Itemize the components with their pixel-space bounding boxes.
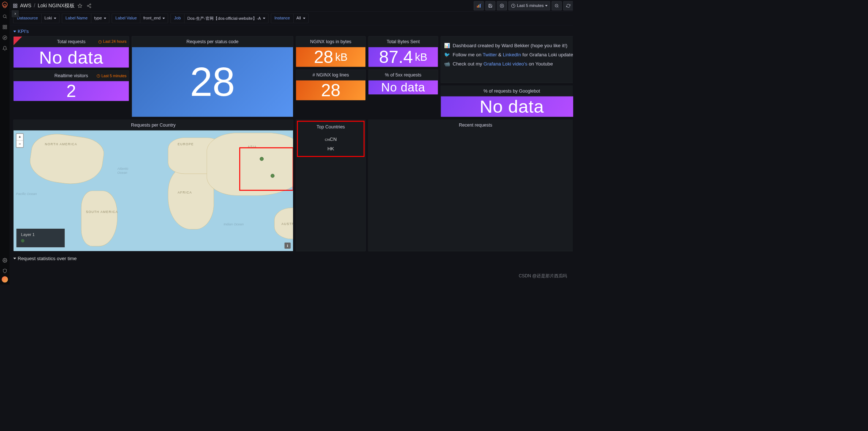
panel-pct-5xx[interactable]: % of 5xx requests No data bbox=[368, 70, 438, 95]
row-kpi[interactable]: KPI's bbox=[13, 27, 573, 36]
panel-requests-per-country[interactable]: Requests per Country NORTH AMERICA SOUTH… bbox=[13, 120, 293, 251]
panel-total-requests[interactable]: Total requests Last 24 hours No data bbox=[13, 36, 129, 68]
zoom-in-button[interactable]: + bbox=[16, 134, 23, 140]
breadcrumb-root[interactable]: AWS bbox=[20, 3, 31, 9]
svg-rect-3 bbox=[3, 25, 4, 27]
chevron-down-icon bbox=[263, 18, 265, 19]
svg-marker-8 bbox=[4, 37, 5, 38]
zoom-out-button[interactable] bbox=[552, 1, 562, 10]
sidebar bbox=[0, 0, 10, 284]
svg-point-15 bbox=[90, 4, 91, 5]
stat-value: No data bbox=[441, 96, 573, 117]
add-panel-button[interactable]: + bbox=[474, 1, 484, 10]
breadcrumb: AWS / Loki NGINX模板 bbox=[13, 2, 75, 9]
panel-nginx-log-lines[interactable]: # NGINX log lines 28 bbox=[296, 70, 366, 100]
var-datasource: Datasource Loki bbox=[13, 14, 59, 23]
star-icon[interactable] bbox=[76, 2, 84, 10]
stat-value: No data bbox=[14, 47, 129, 68]
panel-title: Total Bytes Sent bbox=[387, 39, 420, 45]
caret-down-icon bbox=[13, 31, 16, 33]
timepicker-button[interactable]: Last 5 minutes bbox=[508, 1, 550, 10]
svg-rect-12 bbox=[14, 6, 15, 8]
svg-rect-20 bbox=[477, 6, 478, 8]
panel-title: NGINX logs in bytes bbox=[310, 39, 352, 45]
grafana-logo-icon[interactable] bbox=[1, 1, 8, 9]
svg-point-24 bbox=[501, 5, 503, 6]
user-avatar[interactable] bbox=[2, 276, 8, 282]
chevron-down-icon bbox=[162, 18, 165, 19]
dashboards-icon[interactable] bbox=[0, 22, 10, 32]
timepicker-label: Last 5 minutes bbox=[517, 3, 544, 8]
settings-button[interactable] bbox=[497, 1, 507, 10]
breadcrumb-page: Loki NGINX模板 bbox=[38, 2, 75, 9]
list-item: CNCN bbox=[325, 135, 337, 144]
panel-title: Total requests bbox=[57, 39, 86, 45]
svg-point-7 bbox=[3, 35, 7, 40]
panel-title: % of 5xx requests bbox=[385, 72, 421, 78]
variable-bar: Datasource Loki Label Name type Label Va… bbox=[10, 12, 573, 26]
list-item: HK bbox=[327, 144, 334, 154]
svg-point-16 bbox=[87, 5, 88, 6]
row-request-stats[interactable]: Request statistics over time bbox=[13, 254, 573, 263]
linkedin-link[interactable]: LinkedIn bbox=[503, 52, 521, 57]
panel-recent-requests[interactable]: Recent requests bbox=[368, 120, 573, 251]
map-marker bbox=[260, 157, 264, 161]
map-zoom-controls: + − bbox=[16, 133, 24, 148]
stat-value: 28kB bbox=[296, 47, 365, 67]
alerting-icon[interactable] bbox=[0, 44, 10, 53]
explore-icon[interactable] bbox=[0, 33, 10, 42]
stat-value: No data bbox=[368, 80, 438, 94]
panel-title: Top Countries bbox=[317, 124, 345, 130]
panel-title: Requests per Country bbox=[131, 123, 176, 128]
svg-line-2 bbox=[5, 17, 7, 18]
breadcrumb-separator: / bbox=[34, 3, 35, 9]
svg-text:+: + bbox=[481, 3, 481, 5]
configuration-icon[interactable] bbox=[0, 255, 10, 265]
panel-realtime-visitors[interactable]: Realtime visitors Last 5 minutes 2 bbox=[13, 70, 129, 101]
zoom-out-button[interactable]: − bbox=[16, 140, 23, 147]
share-icon[interactable] bbox=[85, 2, 93, 10]
svg-point-0 bbox=[4, 4, 6, 7]
svg-rect-4 bbox=[5, 25, 7, 27]
panel-text-info: 📊Dashboard created by Ward Bekker (hope … bbox=[441, 36, 573, 83]
country-list: CNCN HK bbox=[298, 132, 364, 156]
caret-down-icon bbox=[13, 258, 16, 259]
var-labelname: Label Name type bbox=[62, 14, 109, 23]
chevron-down-icon bbox=[54, 18, 56, 19]
map-legend: Layer 1 bbox=[16, 229, 65, 247]
panel-top-countries[interactable]: Top Countries CNCN HK bbox=[296, 120, 366, 251]
svg-rect-5 bbox=[3, 27, 4, 29]
apps-icon[interactable] bbox=[13, 3, 18, 8]
panel-title: # NGINX log lines bbox=[312, 72, 349, 78]
panel-title: Recent requests bbox=[459, 123, 492, 128]
svg-line-27 bbox=[557, 7, 558, 7]
svg-rect-6 bbox=[5, 27, 7, 29]
save-button[interactable] bbox=[485, 1, 496, 10]
toolbar: + Last 5 minutes bbox=[474, 1, 573, 10]
map-marker bbox=[271, 174, 275, 178]
refresh-button[interactable] bbox=[563, 1, 573, 10]
youtube-link[interactable]: Grafana Loki video's bbox=[484, 61, 527, 67]
panel-title: Requests per status code bbox=[187, 39, 238, 45]
panel-title: Realtime visitors bbox=[55, 73, 88, 79]
svg-point-17 bbox=[90, 7, 91, 8]
stat-value: 28 bbox=[296, 80, 365, 100]
svg-point-9 bbox=[4, 260, 5, 261]
svg-rect-13 bbox=[16, 6, 17, 8]
server-admin-icon[interactable] bbox=[0, 266, 10, 276]
svg-rect-10 bbox=[14, 4, 15, 5]
search-icon[interactable] bbox=[0, 12, 10, 21]
var-job: Job Dos-生产-官网【dos-official-website】-A bbox=[170, 14, 268, 23]
expand-sidebar-button[interactable] bbox=[12, 10, 19, 18]
svg-rect-11 bbox=[16, 4, 17, 5]
panel-requests-per-status[interactable]: Requests per status code 28 bbox=[132, 36, 293, 117]
panel-pct-googlebot[interactable]: % of requests by Googlebot No data bbox=[441, 86, 573, 117]
world-map[interactable]: NORTH AMERICA SOUTH AMERICA AFRICA EUROP… bbox=[14, 130, 293, 251]
svg-marker-14 bbox=[78, 4, 82, 7]
chevron-down-icon bbox=[104, 18, 106, 19]
twitter-link[interactable]: Twitter bbox=[482, 52, 497, 57]
panel-nginx-logs-bytes[interactable]: NGINX logs in bytes 28kB bbox=[296, 36, 366, 67]
svg-rect-21 bbox=[478, 5, 479, 8]
map-info-button[interactable]: i bbox=[284, 243, 290, 249]
panel-total-bytes-sent[interactable]: Total Bytes Sent 87.4kB bbox=[368, 36, 438, 67]
